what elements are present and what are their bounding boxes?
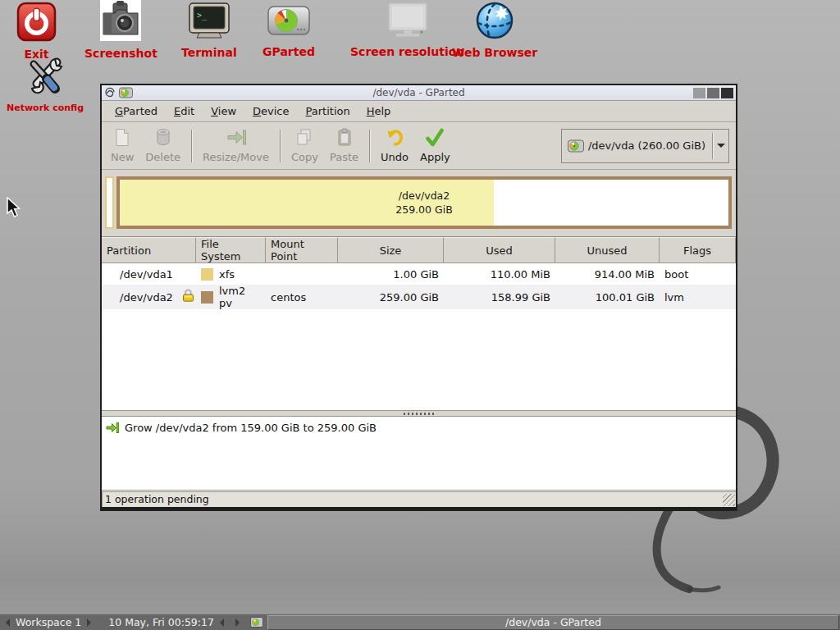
column-header-used[interactable]: Used <box>444 237 555 263</box>
resize-grip[interactable] <box>723 494 735 506</box>
desktop-icon-screen-resolution[interactable]: Screen resolution <box>350 2 464 58</box>
device-selector-value: /dev/vda (260.00 GiB) <box>588 139 705 152</box>
desktop-icon-label: Network config <box>7 103 84 113</box>
column-header-mountpoint[interactable]: Mount Point <box>266 237 338 263</box>
tools-icon <box>24 57 66 100</box>
toolbar-separator <box>369 130 370 162</box>
undo-button[interactable]: Undo <box>375 126 414 166</box>
mouse-cursor <box>5 197 23 221</box>
grow-operation-icon <box>106 422 119 434</box>
delete-icon <box>154 128 172 149</box>
unused-cell: 100.01 GiB <box>555 285 660 309</box>
operation-item: Grow /dev/vda2 from 159.00 GiB to 259.00… <box>106 422 732 434</box>
apply-button[interactable]: Apply <box>414 126 456 166</box>
partition-name: /dev/vda2 <box>120 291 173 304</box>
device-selector[interactable]: /dev/vda (260.00 GiB) <box>561 129 729 163</box>
menu-gparted[interactable]: GParted <box>107 102 166 121</box>
table-row-vda2[interactable]: /dev/vda2 lvm2 pv centos 259.00 GiB 158.… <box>102 285 736 309</box>
filesystem-cell: lvm2 pv <box>196 285 266 309</box>
device-disk-icon <box>568 139 584 153</box>
column-header-flags[interactable]: Flags <box>660 237 736 263</box>
desktop-icon-exit[interactable]: Exit <box>16 2 57 61</box>
column-header-size[interactable]: Size <box>338 237 444 263</box>
menu-help[interactable]: Help <box>358 102 399 121</box>
flags-cell: boot <box>660 263 736 285</box>
column-header-partition[interactable]: Partition <box>102 237 196 263</box>
gparted-window: /dev/vda - GParted GParted Edit View Dev… <box>100 84 737 511</box>
column-header-filesystem[interactable]: File System <box>196 237 266 263</box>
table-header: Partition File System Mount Point Size U… <box>102 237 736 263</box>
gparted-disk-icon <box>267 3 311 43</box>
desktop-icon-label: Screen resolution <box>350 45 464 58</box>
task-next-icon[interactable] <box>235 619 240 627</box>
copy-icon <box>295 128 313 149</box>
desktop-icon-gparted[interactable]: GParted <box>262 3 315 58</box>
menu-bar: GParted Edit View Device Partition Help <box>102 101 736 122</box>
workspace-label[interactable]: Workspace 1 <box>16 616 81 628</box>
size-cell: 1.00 GiB <box>338 263 444 285</box>
desktop-icon-label: Terminal <box>181 46 237 59</box>
globe-icon <box>475 1 514 43</box>
mountpoint-cell <box>266 263 338 285</box>
desktop-icon-screenshot[interactable]: Screenshot <box>84 0 158 60</box>
taskbar-clock: 10 May, Fri 00:59:17 <box>108 616 214 628</box>
desktop-icon-label: GParted <box>262 45 315 58</box>
maximize-button[interactable] <box>707 88 719 98</box>
operations-pane: Grow /dev/vda2 from 159.00 GiB to 259.00… <box>102 417 736 491</box>
menu-device[interactable]: Device <box>244 102 297 121</box>
toolbar-label: Paste <box>330 151 358 163</box>
visual-partition-vda2[interactable]: /dev/vda2 259.00 GiB <box>116 176 732 229</box>
paste-button[interactable]: Paste <box>324 126 364 166</box>
mountpoint-cell: centos <box>266 285 338 309</box>
partition-name: /dev/vda1 <box>120 268 173 281</box>
desktop-icon-label: Screenshot <box>84 47 158 60</box>
filesystem-name: xfs <box>219 268 235 281</box>
task-button-label: /dev/vda - GParted <box>505 616 601 628</box>
desktop-icon-terminal[interactable]: >_ Terminal <box>181 2 237 59</box>
partition-cell: /dev/vda1 <box>102 263 196 285</box>
used-cell: 158.99 GiB <box>444 285 555 309</box>
copy-button[interactable]: Copy <box>285 126 324 166</box>
svg-text:>_: >_ <box>197 11 208 21</box>
toolbar-separator <box>280 130 281 162</box>
unused-cell: 914.00 MiB <box>555 263 660 285</box>
resize-move-icon <box>226 128 246 149</box>
status-bar: 1 operation pending <box>102 491 736 507</box>
resize-move-button[interactable]: Resize/Move <box>197 126 275 166</box>
lock-icon <box>182 289 194 304</box>
workspace-next-icon[interactable] <box>87 619 91 627</box>
menu-view[interactable]: View <box>203 102 244 121</box>
partition-cell: /dev/vda2 <box>102 285 196 309</box>
undo-icon <box>386 128 404 149</box>
visual-partition-vda1[interactable] <box>105 176 114 229</box>
mountpoint-value: centos <box>271 291 306 304</box>
pane-splitter[interactable] <box>102 410 736 417</box>
toolbar-separator <box>191 130 192 162</box>
menu-edit[interactable]: Edit <box>166 102 203 121</box>
table-row-vda1[interactable]: /dev/vda1 xfs 1.00 GiB 110.00 MiB 914.00… <box>102 263 736 285</box>
desktop-icon-network-config[interactable]: Network config <box>7 57 84 113</box>
apply-icon <box>425 128 445 149</box>
taskbar: Workspace 1 10 May, Fri 00:59:17 /dev/vd… <box>0 614 840 630</box>
minimize-button[interactable] <box>693 88 705 98</box>
task-prev-icon[interactable] <box>220 619 224 627</box>
toolbar-label: New <box>111 151 134 163</box>
menu-partition[interactable]: Partition <box>298 102 358 121</box>
flags-cell: lvm <box>660 285 736 309</box>
gparted-task-mini-icon[interactable] <box>250 617 263 628</box>
toolbar-label: Copy <box>291 151 318 163</box>
toolbar-label: Undo <box>381 151 409 163</box>
toolbar-label: Apply <box>420 151 450 163</box>
new-button[interactable]: New <box>105 126 139 166</box>
desktop-icon-web-browser[interactable]: Web Browser <box>452 1 537 59</box>
filesystem-color-swatch <box>201 268 213 281</box>
monitor-icon <box>386 2 430 43</box>
workspace-prev-icon[interactable] <box>6 619 10 627</box>
taskbar-task-gparted[interactable]: /dev/vda - GParted <box>267 615 839 630</box>
visual-partition-name: /dev/vda2 <box>399 189 450 203</box>
close-button[interactable] <box>721 88 733 98</box>
delete-button[interactable]: Delete <box>139 126 186 166</box>
window-titlebar[interactable]: /dev/vda - GParted <box>102 85 736 101</box>
paste-icon <box>336 128 354 149</box>
column-header-unused[interactable]: Unused <box>555 237 660 263</box>
